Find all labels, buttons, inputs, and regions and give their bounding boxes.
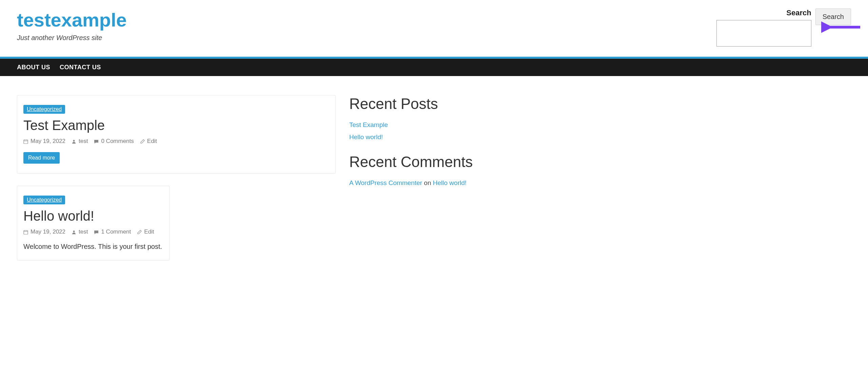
post-edit: Edit xyxy=(140,138,157,145)
user-icon xyxy=(72,229,76,234)
recent-post-link[interactable]: Test Example xyxy=(349,121,388,128)
sidebar: Recent Posts Test Example Hello world! R… xyxy=(349,95,512,273)
comment-on-text: on xyxy=(422,179,433,186)
list-item: A WordPress Commenter on Hello world! xyxy=(349,179,512,187)
post-card: Uncategorized Test Example May 19, 2022 … xyxy=(17,95,336,173)
recent-comments-list: A WordPress Commenter on Hello world! xyxy=(349,179,512,187)
post-meta: May 19, 2022 test 1 Comment xyxy=(23,228,163,235)
nav-item-contact-us[interactable]: CONTACT US xyxy=(60,59,101,76)
post-comments-link[interactable]: 0 Comments xyxy=(101,138,134,145)
post-meta: May 19, 2022 test 0 Comments xyxy=(23,138,329,145)
site-title: testexample xyxy=(17,8,127,31)
recent-comments-widget: Recent Comments A WordPress Commenter on… xyxy=(349,153,512,187)
edit-icon xyxy=(137,229,142,234)
widget-title: Recent Posts xyxy=(349,95,512,113)
post-excerpt: Welcome to WordPress. This is your first… xyxy=(23,243,163,251)
comment-icon xyxy=(94,229,99,234)
calendar-icon xyxy=(23,139,28,144)
svg-rect-2 xyxy=(24,140,28,144)
search-label: Search xyxy=(716,8,811,17)
svg-point-6 xyxy=(73,140,75,142)
list-item: Hello world! xyxy=(349,133,512,141)
post-author: test xyxy=(72,228,88,235)
post-comments: 1 Comment xyxy=(94,228,131,235)
post-title: Hello world! xyxy=(23,208,163,224)
edit-icon xyxy=(140,139,145,144)
post-comments: 0 Comments xyxy=(94,138,134,145)
post-date: May 19, 2022 xyxy=(23,228,65,235)
annotation-arrow-icon xyxy=(821,20,862,35)
svg-rect-7 xyxy=(24,231,28,234)
main-nav: ABOUT US CONTACT US xyxy=(0,57,868,76)
read-more-button[interactable]: Read more xyxy=(23,152,60,164)
main-column: Uncategorized Test Example May 19, 2022 … xyxy=(17,95,336,273)
post-author-link[interactable]: test xyxy=(79,228,88,235)
comment-icon xyxy=(94,139,99,144)
search-input[interactable] xyxy=(716,20,811,47)
site-branding: testexample Just another WordPress site xyxy=(17,8,127,42)
list-item: Test Example xyxy=(349,121,512,129)
post-card: Uncategorized Hello world! May 19, 2022 … xyxy=(17,186,170,260)
site-tagline: Just another WordPress site xyxy=(17,34,127,42)
post-title-link[interactable]: Test Example xyxy=(23,118,105,133)
content-area: Uncategorized Test Example May 19, 2022 … xyxy=(0,76,868,292)
category-badge[interactable]: Uncategorized xyxy=(23,105,65,114)
svg-point-11 xyxy=(73,231,75,232)
calendar-icon xyxy=(23,229,28,234)
post-title: Test Example xyxy=(23,118,329,133)
recent-posts-list: Test Example Hello world! xyxy=(349,121,512,141)
post-date: May 19, 2022 xyxy=(23,138,65,145)
post-author-link[interactable]: test xyxy=(79,138,88,145)
post-edit-link[interactable]: Edit xyxy=(144,228,154,235)
post-edit: Edit xyxy=(137,228,154,235)
nav-item-about-us[interactable]: ABOUT US xyxy=(17,59,50,76)
post-edit-link[interactable]: Edit xyxy=(147,138,157,145)
post-title-link[interactable]: Hello world! xyxy=(23,208,94,223)
comment-post-link[interactable]: Hello world! xyxy=(433,179,467,186)
widget-title: Recent Comments xyxy=(349,153,512,171)
recent-posts-widget: Recent Posts Test Example Hello world! xyxy=(349,95,512,141)
post-date-text: May 19, 2022 xyxy=(31,138,65,145)
recent-post-link[interactable]: Hello world! xyxy=(349,133,383,141)
site-header: testexample Just another WordPress site … xyxy=(0,0,868,57)
category-badge[interactable]: Uncategorized xyxy=(23,196,65,204)
user-icon xyxy=(72,139,76,144)
post-comments-link[interactable]: 1 Comment xyxy=(101,228,131,235)
post-author: test xyxy=(72,138,88,145)
site-title-link[interactable]: testexample xyxy=(17,9,127,31)
post-date-text: May 19, 2022 xyxy=(31,228,65,235)
comment-author-link[interactable]: A WordPress Commenter xyxy=(349,179,422,186)
